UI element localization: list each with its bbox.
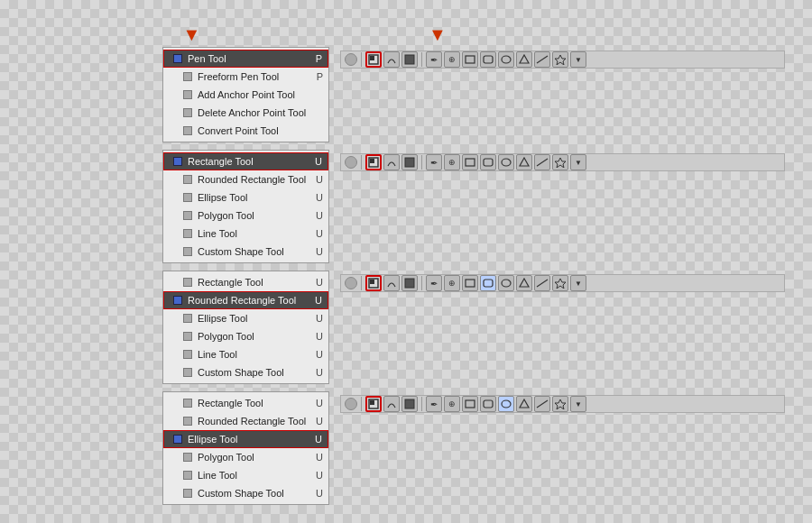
- polygon-icon: [181, 209, 194, 222]
- line-shape-btn[interactable]: [534, 154, 550, 170]
- line-shape-btn[interactable]: [534, 275, 550, 291]
- tool-shortcut-custom: U: [316, 488, 323, 499]
- tool-item-line[interactable]: Line ToolU: [163, 225, 328, 243]
- pen-icon-btn[interactable]: ✒: [426, 396, 442, 412]
- svg-rect-9: [370, 159, 374, 163]
- tool-label-add-anchor: Add Anchor Point Tool: [198, 89, 323, 100]
- tool-shortcut-polygon: U: [316, 452, 323, 463]
- ellipse-shape-btn[interactable]: [498, 154, 514, 170]
- toolbar-dropdown-btn[interactable]: ▼: [570, 154, 586, 170]
- custom-shape-btn[interactable]: [552, 275, 568, 291]
- path-btn[interactable]: [383, 51, 400, 68]
- shape-layer-btn[interactable]: [365, 51, 382, 68]
- line-icon: [181, 227, 194, 240]
- custom-shape-btn[interactable]: [552, 396, 568, 412]
- fill-btn[interactable]: [401, 154, 418, 170]
- ellipse-shape-btn[interactable]: [498, 275, 514, 291]
- path-btn[interactable]: [383, 154, 400, 170]
- tool-item-delete-anchor[interactable]: Delete Anchor Point Tool: [163, 104, 328, 122]
- tool-label-rect: Rectangle Tool: [188, 156, 309, 167]
- tool-label-ellipse: Ellipse Tool: [198, 313, 310, 324]
- svg-line-15: [537, 159, 548, 166]
- polygon-shape-btn[interactable]: [516, 154, 532, 170]
- path-btn[interactable]: [383, 275, 400, 291]
- path-btn[interactable]: [383, 396, 400, 412]
- toolbar-circle-btn[interactable]: [345, 398, 357, 410]
- ellipse-shape-btn[interactable]: [498, 396, 514, 412]
- polygon-shape-btn[interactable]: [516, 51, 532, 68]
- tool-shortcut-rect: U: [316, 277, 323, 288]
- custom-icon: [181, 366, 194, 379]
- toolbar-ellipse-row: ✒⊕▼: [340, 395, 785, 413]
- tool-item-round-rect[interactable]: Rounded Rectangle ToolU: [163, 170, 328, 188]
- tool-item-custom[interactable]: Custom Shape ToolU: [163, 243, 328, 261]
- tool-item-custom[interactable]: Custom Shape ToolU: [163, 363, 328, 381]
- pen-icon-btn[interactable]: ✒: [426, 275, 442, 291]
- tool-item-polygon[interactable]: Polygon ToolU: [163, 448, 328, 466]
- toolbar-dropdown-btn[interactable]: ▼: [570, 275, 586, 291]
- tool-item-round-rect[interactable]: Rounded Rectangle ToolU: [163, 412, 328, 430]
- toolbar-dropdown-btn[interactable]: ▼: [570, 51, 586, 68]
- polygon-shape-btn[interactable]: [516, 396, 532, 412]
- round-rect-shape-btn[interactable]: [480, 275, 496, 291]
- tool-item-freeform[interactable]: Freeform Pen ToolP: [163, 68, 328, 86]
- line-icon: [181, 348, 194, 361]
- tool-item-pen[interactable]: Pen ToolP: [163, 50, 328, 68]
- tool-panel-round-rect-row: Rectangle ToolURounded Rectangle ToolUEl…: [162, 271, 329, 384]
- rect-shape-btn[interactable]: [462, 275, 478, 291]
- fill-btn[interactable]: [401, 51, 418, 68]
- svg-rect-12: [484, 159, 493, 166]
- line-shape-btn[interactable]: [534, 51, 550, 68]
- custom-shape-btn[interactable]: [552, 154, 568, 170]
- tool-item-rect[interactable]: Rectangle ToolU: [163, 152, 328, 170]
- pen-icon-btn[interactable]: ✒: [426, 51, 442, 68]
- tool-item-polygon[interactable]: Polygon ToolU: [163, 206, 328, 225]
- round-rect-shape-btn[interactable]: [480, 51, 496, 68]
- toolbar-circle-btn[interactable]: [345, 277, 357, 289]
- tool-item-ellipse[interactable]: Ellipse ToolU: [163, 309, 328, 327]
- round-rect-shape-btn[interactable]: [480, 154, 496, 170]
- tool-shortcut-rect: U: [315, 156, 322, 167]
- fill-btn[interactable]: [401, 275, 418, 291]
- tool-item-line[interactable]: Line ToolU: [163, 345, 328, 363]
- tool-item-polygon[interactable]: Polygon ToolU: [163, 327, 328, 345]
- round-rect-shape-btn[interactable]: [480, 396, 496, 412]
- line-shape-btn[interactable]: [534, 396, 550, 412]
- round-rect-icon: [181, 415, 194, 427]
- rect-shape-btn[interactable]: [462, 396, 478, 412]
- custom-shape-btn[interactable]: [552, 51, 568, 68]
- fill-btn[interactable]: [401, 396, 418, 412]
- tool-item-add-anchor[interactable]: Add Anchor Point Tool: [163, 86, 328, 104]
- inactive-indicator: [183, 175, 192, 184]
- shape-layer-btn[interactable]: [365, 154, 382, 170]
- polygon-shape-btn[interactable]: [516, 275, 532, 291]
- custom-icon: [181, 487, 194, 500]
- ellipse-shape-btn[interactable]: [498, 51, 514, 68]
- tool-item-convert[interactable]: Convert Point Tool: [163, 122, 328, 140]
- pen-plus-btn[interactable]: ⊕: [444, 51, 460, 68]
- toolbar-circle-btn[interactable]: [345, 53, 357, 66]
- rect-shape-btn[interactable]: [462, 154, 478, 170]
- tool-label-pen: Pen Tool: [188, 53, 310, 64]
- tool-item-ellipse[interactable]: Ellipse ToolU: [163, 188, 328, 206]
- tool-item-custom[interactable]: Custom Shape ToolU: [163, 484, 328, 502]
- tool-item-ellipse[interactable]: Ellipse ToolU: [163, 430, 328, 448]
- pen-icon-btn[interactable]: ✒: [426, 154, 442, 170]
- shape-layer-btn[interactable]: [365, 275, 382, 291]
- rect-shape-btn[interactable]: [462, 51, 478, 68]
- shape-layer-btn[interactable]: [365, 396, 382, 412]
- tool-shortcut-round-rect: U: [316, 416, 323, 427]
- tool-item-round-rect[interactable]: Rounded Rectangle ToolU: [163, 291, 328, 309]
- svg-line-7: [537, 56, 548, 63]
- tool-item-rect[interactable]: Rectangle ToolU: [163, 394, 328, 412]
- toolbar-dropdown-btn[interactable]: ▼: [570, 396, 586, 412]
- pen-plus-btn[interactable]: ⊕: [444, 396, 460, 412]
- active-indicator: [173, 54, 182, 63]
- pen-plus-btn[interactable]: ⊕: [444, 275, 460, 291]
- tool-item-line[interactable]: Line ToolU: [163, 466, 328, 484]
- inactive-indicator: [183, 90, 192, 99]
- inactive-indicator: [183, 368, 192, 377]
- tool-item-rect[interactable]: Rectangle ToolU: [163, 273, 328, 291]
- toolbar-circle-btn[interactable]: [345, 156, 357, 169]
- pen-plus-btn[interactable]: ⊕: [444, 154, 460, 170]
